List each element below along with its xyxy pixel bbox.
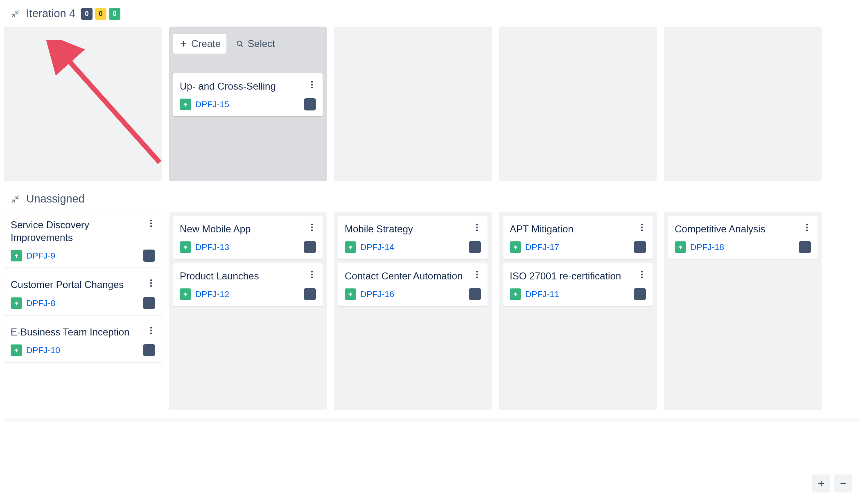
board-column[interactable]: New Mobile AppDPFJ-13Product LaunchesDPF… [169,212,327,410]
issue-key-link[interactable]: DPFJ-14 [360,242,394,252]
issue-key-link[interactable]: DPFJ-15 [195,99,229,109]
card-menu-button[interactable] [146,278,156,288]
collapse-icon[interactable] [10,9,20,19]
svg-point-47 [806,230,808,231]
svg-point-39 [641,230,643,231]
issue-card[interactable]: Product LaunchesDPFJ-12 [173,263,323,306]
svg-point-3 [237,41,242,45]
avatar[interactable] [304,288,316,300]
section-title: Unassigned [26,193,85,205]
issue-key-link[interactable]: DPFJ-12 [195,289,229,299]
priority-up-icon [345,241,356,253]
issue-card[interactable]: Contact Center AutomationDPFJ-16 [338,263,488,306]
issue-card[interactable]: Customer Portal ChangesDPFJ-8 [4,272,162,315]
svg-point-5 [311,81,313,83]
avatar[interactable] [143,250,155,262]
priority-up-icon [510,288,521,300]
issue-key-link[interactable]: DPFJ-11 [525,289,559,299]
avatar[interactable] [469,241,481,253]
zoom-controls: + − [812,475,852,493]
priority-up-icon [345,288,356,300]
zoom-in-button[interactable]: + [812,475,830,493]
svg-point-38 [641,227,643,228]
issue-key-link[interactable]: DPFJ-16 [360,289,394,299]
avatar[interactable] [634,288,646,300]
avatar[interactable] [469,288,481,300]
svg-point-31 [476,230,478,231]
card-menu-button[interactable] [307,270,317,279]
card-title: ISO 27001 re-certification [510,270,646,282]
svg-point-17 [150,326,152,328]
svg-point-22 [311,227,313,228]
issue-card[interactable]: Mobile StrategyDPFJ-14 [338,216,488,259]
card-menu-button[interactable] [146,218,156,228]
svg-point-21 [311,224,313,225]
svg-point-13 [150,279,152,281]
svg-point-14 [150,282,152,284]
create-button[interactable]: Create [173,34,226,54]
collapse-icon[interactable] [10,194,20,205]
board-column[interactable] [499,27,657,181]
board-column[interactable] [4,27,162,181]
board-column[interactable] [664,27,822,181]
issue-card[interactable]: ISO 27001 re-certificationDPFJ-11 [503,263,653,306]
zoom-out-button[interactable]: − [834,475,852,493]
board-column[interactable]: Mobile StrategyDPFJ-14Contact Center Aut… [334,212,492,410]
priority-up-icon [510,241,521,253]
status-badges: 0 0 0 [81,8,120,20]
card-menu-button[interactable] [637,223,647,232]
svg-point-46 [806,227,808,228]
status-badge: 0 [109,8,120,20]
issue-key-link[interactable]: DPFJ-9 [26,251,55,261]
issue-key-link[interactable]: DPFJ-13 [195,242,229,252]
issue-card[interactable]: E-Business Team InceptionDPFJ-10 [4,319,162,362]
card-title: Product Launches [180,270,316,282]
section-title: Iteration 4 [26,7,75,20]
issue-card[interactable]: Competitive AnalysisDPFJ-18 [668,216,818,259]
card-title: Contact Center Automation [345,270,481,282]
issue-card[interactable]: APT MitigationDPFJ-17 [503,216,653,259]
priority-up-icon [180,288,191,300]
status-badge: 0 [81,8,93,20]
svg-point-18 [150,329,152,331]
issue-key-link[interactable]: DPFJ-18 [690,242,724,252]
card-menu-button[interactable] [307,223,317,232]
create-label: Create [191,38,221,50]
avatar[interactable] [304,241,316,253]
issue-card[interactable]: New Mobile AppDPFJ-13 [173,216,323,259]
svg-point-33 [476,271,478,272]
priority-up-icon [675,241,686,253]
svg-point-10 [150,223,152,224]
board-column[interactable] [334,27,492,181]
svg-point-19 [150,332,152,334]
board-column[interactable]: Competitive AnalysisDPFJ-18 [664,212,822,410]
issue-key-link[interactable]: DPFJ-17 [525,242,559,252]
avatar[interactable] [799,241,811,253]
avatar[interactable] [143,344,155,356]
card-menu-button[interactable] [472,223,482,232]
svg-point-37 [641,224,643,225]
card-menu-button[interactable] [307,80,317,90]
issue-card[interactable]: Service Discovery ImprovementsDPFJ-9 [4,212,162,268]
svg-point-43 [641,277,643,278]
select-label: Select [248,38,275,50]
board-column[interactable]: Create Select Up- and Cross-Selling DPFJ… [169,27,327,181]
search-icon [235,39,244,48]
card-menu-button[interactable] [802,223,812,232]
board-column[interactable]: APT MitigationDPFJ-17ISO 27001 re-certif… [499,212,657,410]
card-menu-button[interactable] [146,326,156,335]
card-menu-button[interactable] [472,270,482,279]
card-title: E-Business Team Inception [11,326,155,338]
issue-key-link[interactable]: DPFJ-10 [26,345,60,355]
avatar[interactable] [304,98,316,110]
select-button[interactable]: Select [230,34,281,54]
avatar[interactable] [143,297,155,309]
svg-point-11 [150,225,152,227]
iteration-header: Iteration 4 0 0 0 [4,4,859,23]
issue-key-link[interactable]: DPFJ-8 [26,298,55,308]
avatar[interactable] [634,241,646,253]
board-column[interactable]: Service Discovery ImprovementsDPFJ-9Cust… [4,212,162,410]
issue-card[interactable]: Up- and Cross-Selling DPFJ-15 [173,73,323,116]
card-menu-button[interactable] [637,270,647,279]
card-title: Competitive Analysis [675,223,811,235]
